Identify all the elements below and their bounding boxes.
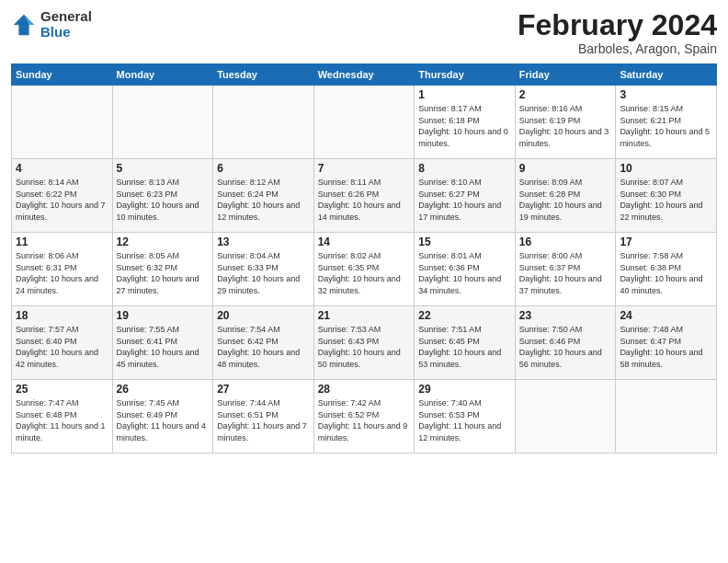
calendar-cell (12, 86, 113, 159)
calendar-cell: 4Sunrise: 8:14 AM Sunset: 6:22 PM Daylig… (12, 159, 113, 233)
calendar-cell: 28Sunrise: 7:42 AM Sunset: 6:52 PM Dayli… (313, 380, 415, 454)
day-info: Sunrise: 7:40 AM Sunset: 6:53 PM Dayligh… (418, 397, 511, 443)
day-info: Sunrise: 8:11 AM Sunset: 6:26 PM Dayligh… (318, 177, 411, 223)
day-number: 19 (117, 309, 210, 322)
day-info: Sunrise: 7:45 AM Sunset: 6:49 PM Dayligh… (117, 397, 210, 443)
calendar-cell (616, 380, 717, 454)
day-number: 3 (620, 88, 712, 101)
day-number: 26 (117, 383, 210, 396)
day-number: 13 (217, 236, 310, 248)
day-number: 21 (318, 309, 411, 322)
logo-blue: Blue (40, 25, 92, 40)
calendar-cell: 22Sunrise: 7:51 AM Sunset: 6:45 PM Dayli… (415, 306, 516, 380)
calendar-cell (112, 86, 213, 159)
day-info: Sunrise: 7:44 AM Sunset: 6:51 PM Dayligh… (217, 397, 310, 443)
calendar-week-0: 1Sunrise: 8:17 AM Sunset: 6:18 PM Daylig… (12, 86, 717, 159)
day-number: 24 (620, 309, 712, 322)
day-info: Sunrise: 8:02 AM Sunset: 6:35 PM Dayligh… (318, 250, 411, 296)
day-number: 20 (217, 309, 310, 322)
day-info: Sunrise: 7:50 AM Sunset: 6:46 PM Dayligh… (519, 324, 612, 370)
calendar-cell: 7Sunrise: 8:11 AM Sunset: 6:26 PM Daylig… (313, 159, 415, 233)
header-row: Sunday Monday Tuesday Wednesday Thursday… (12, 64, 717, 86)
day-info: Sunrise: 7:54 AM Sunset: 6:42 PM Dayligh… (217, 324, 310, 370)
calendar-cell: 21Sunrise: 7:53 AM Sunset: 6:43 PM Dayli… (313, 306, 415, 380)
day-info: Sunrise: 8:13 AM Sunset: 6:23 PM Dayligh… (117, 177, 210, 223)
day-number: 10 (620, 162, 712, 175)
day-number: 23 (519, 309, 612, 322)
day-number: 11 (16, 236, 108, 248)
day-info: Sunrise: 8:07 AM Sunset: 6:30 PM Dayligh… (620, 177, 712, 223)
calendar-cell: 13Sunrise: 8:04 AM Sunset: 6:33 PM Dayli… (213, 233, 314, 306)
month-title: February 2024 (518, 9, 717, 41)
calendar-cell: 15Sunrise: 8:01 AM Sunset: 6:36 PM Dayli… (415, 233, 516, 306)
day-number: 8 (418, 162, 511, 175)
day-number: 22 (418, 309, 511, 322)
calendar-cell: 14Sunrise: 8:02 AM Sunset: 6:35 PM Dayli… (313, 233, 415, 306)
location: Barboles, Aragon, Spain (518, 41, 717, 56)
calendar-container: General Blue February 2024 Barboles, Ara… (0, 0, 728, 463)
day-number: 12 (117, 236, 210, 248)
calendar-cell: 16Sunrise: 8:00 AM Sunset: 6:37 PM Dayli… (515, 233, 616, 306)
title-section: February 2024 Barboles, Aragon, Spain (518, 9, 717, 56)
calendar-cell: 1Sunrise: 8:17 AM Sunset: 6:18 PM Daylig… (415, 86, 516, 159)
calendar-cell: 3Sunrise: 8:15 AM Sunset: 6:21 PM Daylig… (616, 86, 717, 159)
day-number: 15 (418, 236, 511, 248)
day-number: 14 (318, 236, 411, 248)
day-info: Sunrise: 8:17 AM Sunset: 6:18 PM Dayligh… (418, 103, 511, 149)
calendar-cell: 26Sunrise: 7:45 AM Sunset: 6:49 PM Dayli… (112, 380, 213, 454)
day-number: 4 (16, 162, 108, 175)
logo-icon (11, 12, 37, 38)
day-info: Sunrise: 8:16 AM Sunset: 6:19 PM Dayligh… (519, 103, 612, 149)
day-number: 18 (16, 309, 108, 322)
day-info: Sunrise: 7:51 AM Sunset: 6:45 PM Dayligh… (418, 324, 511, 370)
calendar-week-4: 25Sunrise: 7:47 AM Sunset: 6:48 PM Dayli… (12, 380, 717, 454)
day-info: Sunrise: 8:14 AM Sunset: 6:22 PM Dayligh… (16, 177, 108, 223)
header: General Blue February 2024 Barboles, Ara… (11, 9, 717, 56)
calendar-cell (515, 380, 616, 454)
calendar-cell (313, 86, 415, 159)
calendar-table: Sunday Monday Tuesday Wednesday Thursday… (11, 63, 717, 454)
logo: General Blue (11, 9, 92, 40)
day-number: 1 (418, 88, 511, 101)
calendar-cell: 9Sunrise: 8:09 AM Sunset: 6:28 PM Daylig… (515, 159, 616, 233)
calendar-cell: 6Sunrise: 8:12 AM Sunset: 6:24 PM Daylig… (213, 159, 314, 233)
day-info: Sunrise: 8:01 AM Sunset: 6:36 PM Dayligh… (418, 250, 511, 296)
day-info: Sunrise: 7:47 AM Sunset: 6:48 PM Dayligh… (16, 397, 108, 443)
calendar-cell: 24Sunrise: 7:48 AM Sunset: 6:47 PM Dayli… (616, 306, 717, 380)
day-info: Sunrise: 8:15 AM Sunset: 6:21 PM Dayligh… (620, 103, 712, 149)
th-thursday: Thursday (415, 64, 516, 86)
th-sunday: Sunday (12, 64, 113, 86)
logo-general: General (40, 9, 92, 25)
calendar-week-3: 18Sunrise: 7:57 AM Sunset: 6:40 PM Dayli… (12, 306, 717, 380)
day-info: Sunrise: 8:06 AM Sunset: 6:31 PM Dayligh… (16, 250, 108, 296)
day-number: 6 (217, 162, 310, 175)
day-number: 2 (519, 88, 612, 101)
day-number: 29 (418, 383, 511, 396)
day-info: Sunrise: 8:00 AM Sunset: 6:37 PM Dayligh… (519, 250, 612, 296)
day-info: Sunrise: 7:58 AM Sunset: 6:38 PM Dayligh… (620, 250, 712, 296)
calendar-week-2: 11Sunrise: 8:06 AM Sunset: 6:31 PM Dayli… (12, 233, 717, 306)
day-number: 16 (519, 236, 612, 248)
day-info: Sunrise: 7:42 AM Sunset: 6:52 PM Dayligh… (318, 397, 411, 443)
calendar-cell: 11Sunrise: 8:06 AM Sunset: 6:31 PM Dayli… (12, 233, 113, 306)
calendar-week-1: 4Sunrise: 8:14 AM Sunset: 6:22 PM Daylig… (12, 159, 717, 233)
calendar-cell: 10Sunrise: 8:07 AM Sunset: 6:30 PM Dayli… (616, 159, 717, 233)
day-info: Sunrise: 8:05 AM Sunset: 6:32 PM Dayligh… (117, 250, 210, 296)
logo-text: General Blue (40, 9, 92, 40)
calendar-cell: 27Sunrise: 7:44 AM Sunset: 6:51 PM Dayli… (213, 380, 314, 454)
day-info: Sunrise: 8:10 AM Sunset: 6:27 PM Dayligh… (418, 177, 511, 223)
calendar-cell: 2Sunrise: 8:16 AM Sunset: 6:19 PM Daylig… (515, 86, 616, 159)
day-info: Sunrise: 8:09 AM Sunset: 6:28 PM Dayligh… (519, 177, 612, 223)
day-info: Sunrise: 8:04 AM Sunset: 6:33 PM Dayligh… (217, 250, 310, 296)
th-tuesday: Tuesday (213, 64, 314, 86)
day-info: Sunrise: 7:57 AM Sunset: 6:40 PM Dayligh… (16, 324, 108, 370)
day-number: 27 (217, 383, 310, 396)
calendar-cell: 17Sunrise: 7:58 AM Sunset: 6:38 PM Dayli… (616, 233, 717, 306)
th-saturday: Saturday (616, 64, 717, 86)
calendar-cell: 19Sunrise: 7:55 AM Sunset: 6:41 PM Dayli… (112, 306, 213, 380)
day-number: 17 (620, 236, 712, 248)
calendar-cell: 29Sunrise: 7:40 AM Sunset: 6:53 PM Dayli… (415, 380, 516, 454)
day-number: 9 (519, 162, 612, 175)
day-info: Sunrise: 8:12 AM Sunset: 6:24 PM Dayligh… (217, 177, 310, 223)
day-info: Sunrise: 7:53 AM Sunset: 6:43 PM Dayligh… (318, 324, 411, 370)
